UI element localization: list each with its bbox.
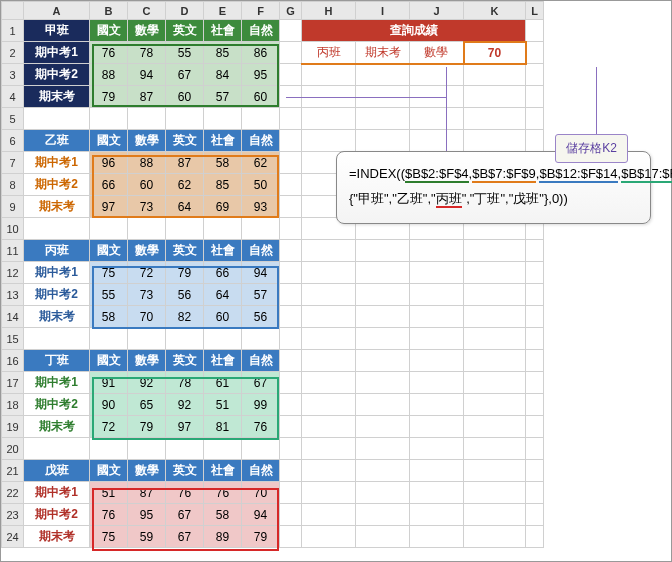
- cell[interactable]: 期中考2: [24, 504, 90, 526]
- cell[interactable]: [464, 504, 526, 526]
- cell[interactable]: 67: [166, 526, 204, 548]
- cell[interactable]: [526, 394, 544, 416]
- cell[interactable]: [410, 438, 464, 460]
- cell[interactable]: [280, 42, 302, 64]
- row-9[interactable]: 9: [2, 196, 24, 218]
- cell[interactable]: 期末考: [24, 306, 90, 328]
- cell[interactable]: 94: [128, 64, 166, 86]
- cell[interactable]: [302, 350, 356, 372]
- row-11[interactable]: 11: [2, 240, 24, 262]
- row-2[interactable]: 2: [2, 42, 24, 64]
- grid[interactable]: A B C D E F G H I J K L 1甲班國文數學英文社會自然查詢成…: [1, 1, 544, 548]
- cell[interactable]: 58: [204, 152, 242, 174]
- col-F[interactable]: F: [242, 2, 280, 20]
- query-title[interactable]: 查詢成績: [302, 20, 526, 42]
- cell[interactable]: 自然: [242, 460, 280, 482]
- cell[interactable]: [302, 306, 356, 328]
- row-20[interactable]: 20: [2, 438, 24, 460]
- cell[interactable]: [410, 482, 464, 504]
- cell[interactable]: [280, 130, 302, 152]
- cell[interactable]: 60: [204, 306, 242, 328]
- cell[interactable]: 87: [128, 86, 166, 108]
- cell[interactable]: 期末考: [24, 196, 90, 218]
- cell[interactable]: [410, 372, 464, 394]
- cell[interactable]: [410, 504, 464, 526]
- cell[interactable]: [280, 20, 302, 42]
- cell[interactable]: [302, 460, 356, 482]
- cell[interactable]: [90, 218, 128, 240]
- cell[interactable]: [204, 108, 242, 130]
- cell[interactable]: [242, 218, 280, 240]
- cell[interactable]: 期中考2: [24, 64, 90, 86]
- cell[interactable]: [166, 328, 204, 350]
- cell[interactable]: [356, 240, 410, 262]
- cell[interactable]: 期末考: [356, 42, 410, 64]
- cell[interactable]: 67: [242, 372, 280, 394]
- cell[interactable]: [302, 526, 356, 548]
- cell[interactable]: 丙班: [24, 240, 90, 262]
- cell[interactable]: [526, 416, 544, 438]
- cell[interactable]: 期中考1: [24, 152, 90, 174]
- cell[interactable]: 國文: [90, 130, 128, 152]
- cell[interactable]: 社會: [204, 20, 242, 42]
- cell[interactable]: 75: [90, 526, 128, 548]
- cell[interactable]: [280, 306, 302, 328]
- cell[interactable]: [242, 108, 280, 130]
- cell[interactable]: [410, 64, 464, 86]
- cell[interactable]: 英文: [166, 130, 204, 152]
- cell[interactable]: [280, 108, 302, 130]
- cell[interactable]: 期中考1: [24, 42, 90, 64]
- cell[interactable]: [302, 504, 356, 526]
- cell[interactable]: [356, 64, 410, 86]
- col-C[interactable]: C: [128, 2, 166, 20]
- cell[interactable]: 數學: [128, 130, 166, 152]
- cell[interactable]: 66: [204, 262, 242, 284]
- cell[interactable]: 數學: [128, 350, 166, 372]
- cell[interactable]: [526, 350, 544, 372]
- cell[interactable]: [526, 86, 544, 108]
- cell[interactable]: [280, 438, 302, 460]
- cell[interactable]: [302, 130, 356, 152]
- cell[interactable]: 數學: [128, 240, 166, 262]
- cell[interactable]: 丙班: [302, 42, 356, 64]
- cell[interactable]: 89: [204, 526, 242, 548]
- cell[interactable]: 英文: [166, 350, 204, 372]
- cell[interactable]: 70: [242, 482, 280, 504]
- cell[interactable]: 英文: [166, 20, 204, 42]
- cell[interactable]: 79: [242, 526, 280, 548]
- cell[interactable]: [464, 460, 526, 482]
- cell[interactable]: [410, 416, 464, 438]
- row-19[interactable]: 19: [2, 416, 24, 438]
- cell[interactable]: [242, 438, 280, 460]
- row-3[interactable]: 3: [2, 64, 24, 86]
- cell[interactable]: [526, 460, 544, 482]
- cell[interactable]: 78: [166, 372, 204, 394]
- cell[interactable]: 57: [204, 86, 242, 108]
- cell[interactable]: 國文: [90, 350, 128, 372]
- cell[interactable]: [464, 86, 526, 108]
- cell[interactable]: 乙班: [24, 130, 90, 152]
- cell[interactable]: 期中考2: [24, 394, 90, 416]
- cell[interactable]: [410, 306, 464, 328]
- cell[interactable]: [166, 108, 204, 130]
- row-15[interactable]: 15: [2, 328, 24, 350]
- cell[interactable]: [464, 372, 526, 394]
- cell[interactable]: [410, 130, 464, 152]
- row-22[interactable]: 22: [2, 482, 24, 504]
- cell[interactable]: [410, 108, 464, 130]
- cell[interactable]: 73: [128, 284, 166, 306]
- cell[interactable]: [302, 108, 356, 130]
- cell[interactable]: 65: [128, 394, 166, 416]
- cell[interactable]: 自然: [242, 350, 280, 372]
- cell[interactable]: 期末考: [24, 526, 90, 548]
- cell[interactable]: 64: [166, 196, 204, 218]
- cell[interactable]: [526, 438, 544, 460]
- cell[interactable]: 95: [128, 504, 166, 526]
- cell[interactable]: [204, 328, 242, 350]
- cell[interactable]: [280, 460, 302, 482]
- cell[interactable]: 86: [242, 42, 280, 64]
- row-6[interactable]: 6: [2, 130, 24, 152]
- cell[interactable]: 國文: [90, 460, 128, 482]
- cell[interactable]: 英文: [166, 460, 204, 482]
- cell[interactable]: 62: [242, 152, 280, 174]
